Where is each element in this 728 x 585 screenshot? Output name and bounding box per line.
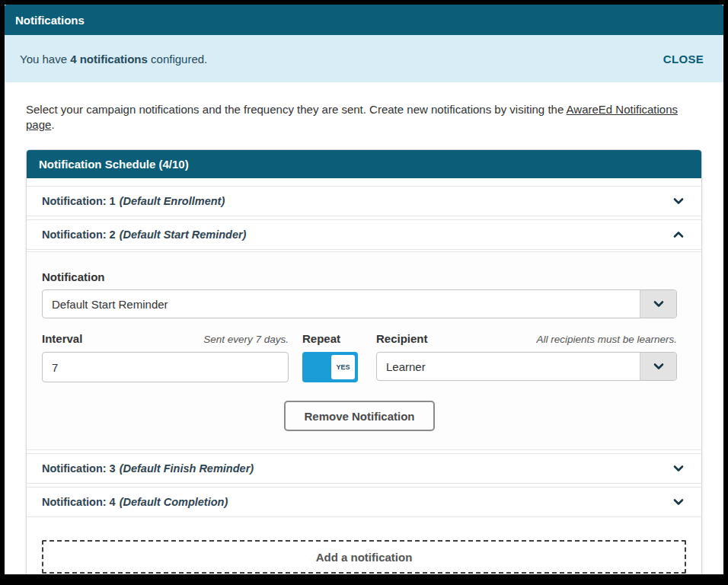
recipient-select[interactable]: Learner [376, 352, 677, 381]
notification-select[interactable]: Default Start Reminder [42, 289, 677, 318]
modal-header: Notifications [5, 5, 723, 35]
notifications-modal: Notifications You have 4 notifications c… [5, 5, 723, 574]
accordion-header-notification-4[interactable]: Notification: 4(Default Completion) [27, 487, 701, 517]
chevron-down-icon [672, 462, 685, 475]
chevron-down-icon [672, 195, 685, 207]
notification-select-value: Default Start Reminder [43, 290, 640, 318]
repeat-toggle[interactable]: YES [302, 352, 358, 382]
accordion-header-notification-2[interactable]: Notification: 2(Default Start Reminder) [27, 219, 701, 250]
notification-select-label: Notification [42, 270, 677, 283]
interval-input[interactable] [42, 352, 289, 382]
add-notification-button[interactable]: Add a notification [42, 540, 686, 574]
chevron-up-icon [672, 229, 685, 241]
close-button[interactable]: CLOSE [663, 53, 704, 66]
accordion-header-notification-1[interactable]: Notification: 1(Default Enrollment) [27, 186, 701, 216]
repeat-label: Repeat [302, 332, 340, 345]
panel-header: Notification Schedule (4/10) [27, 150, 701, 178]
panel-title: Notification Schedule (4/10) [39, 158, 189, 171]
remove-notification-button[interactable]: Remove Notification [284, 401, 434, 431]
recipient-select-value: Learner [377, 353, 640, 380]
accordion-header-notification-3[interactable]: Notification: 3(Default Finish Reminder) [27, 453, 701, 484]
select-addon [640, 290, 676, 318]
accordion-title: Notification: 4(Default Completion) [42, 496, 228, 508]
info-bar: You have 4 notifications configured. CLO… [5, 35, 723, 82]
chevron-down-icon [653, 360, 665, 372]
accordion-title: Notification: 3(Default Finish Reminder) [42, 462, 254, 475]
recipient-hint: All recipients must be learners. [536, 334, 677, 345]
modal-title: Notifications [15, 14, 85, 27]
accordion-title: Notification: 2(Default Start Reminder) [42, 229, 246, 241]
accordion-title: Notification: 1(Default Enrollment) [42, 195, 225, 207]
toggle-knob: YES [331, 355, 355, 379]
screenshot-frame: Notifications You have 4 notifications c… [0, 0, 728, 585]
toggle-state-label: YES [336, 363, 350, 371]
panel-body: Notification: 1(Default Enrollment) Noti… [27, 178, 701, 574]
notification-count: 4 notifications [70, 53, 148, 66]
notification-schedule-panel: Notification Schedule (4/10) Notificatio… [26, 149, 702, 574]
recipient-label: Recipient [376, 332, 428, 345]
select-addon [640, 353, 676, 380]
intro-text: Select your campaign notifications and t… [26, 102, 702, 133]
notification-count-text: You have 4 notifications configured. [20, 53, 207, 66]
interval-label: Interval [42, 332, 82, 345]
notification-2-editor: Notification Default Start Reminder [27, 251, 701, 450]
chevron-down-icon [653, 298, 665, 310]
interval-hint: Sent every 7 days. [203, 334, 289, 345]
chevron-down-icon [672, 496, 685, 508]
